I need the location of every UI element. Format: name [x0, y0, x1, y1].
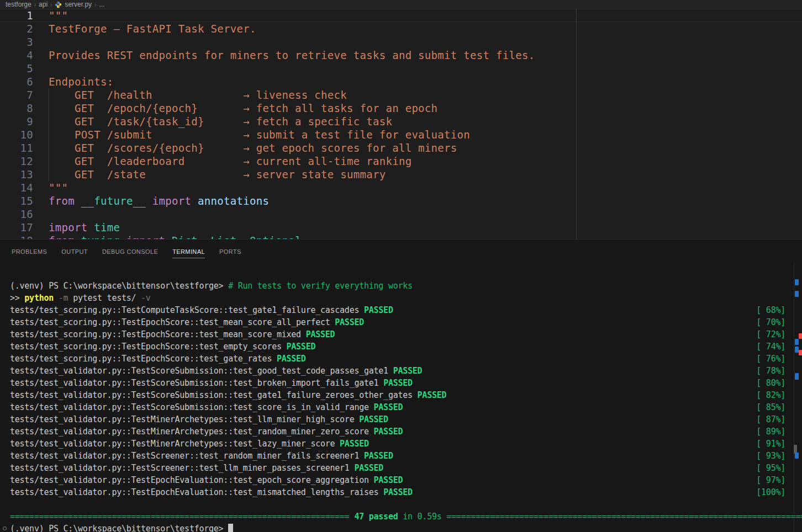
test-result: tests/test_validator.py::TestScoreSubmis… [10, 377, 413, 389]
code-text: TestForge — FastAPI Task Server. [49, 22, 256, 35]
code-text: GET /task/{task_id} → fetch a specific t… [49, 115, 392, 128]
code-line[interactable]: 17import time [0, 221, 802, 234]
test-path: tests/test_scoring.py::TestEpochScore::t… [10, 329, 306, 339]
code-line[interactable]: 2TestForge — FastAPI Task Server. [0, 22, 802, 35]
code-text: import time [49, 221, 120, 234]
test-progress-percent: [ 93%] [756, 450, 785, 462]
token-yellow: python [24, 293, 54, 303]
test-result: tests/test_validator.py::TestMinerArchet… [10, 413, 388, 425]
code-line[interactable]: 18from typing import Dict, List, Optiona… [0, 234, 802, 239]
code-line[interactable]: 3 [0, 35, 802, 49]
code-line[interactable]: 9 GET /task/{task_id} → fetch a specific… [0, 115, 802, 128]
terminal-test-row: tests/test_scoring.py::TestEpochScore::t… [0, 328, 802, 341]
line-number: 6 [0, 75, 33, 88]
token-kw: import [126, 235, 165, 239]
code-line[interactable]: 5 [0, 62, 802, 75]
terminal-test-row: tests/test_validator.py::TestMinerArchet… [0, 425, 802, 438]
test-path: tests/test_validator.py::TestScreener::t… [10, 463, 354, 473]
token-fg [191, 195, 198, 207]
tab-label: TERMINAL [172, 248, 205, 255]
line-number: 9 [0, 115, 33, 128]
tab-debug-console[interactable]: DEBUG CONSOLE [102, 245, 158, 258]
python-file-icon [55, 1, 62, 8]
bottom-panel: PROBLEMSOUTPUTDEBUG CONSOLETERMINALPORTS… [0, 239, 802, 532]
code-line[interactable]: 7 GET /health → liveness check [0, 88, 802, 102]
token-kw: from [49, 195, 75, 207]
breadcrumb: testforge › api › server.py › ... [0, 0, 802, 9]
code-text: Endpoints: [49, 75, 113, 88]
test-result: tests/test_validator.py::TestScoreSubmis… [10, 389, 446, 401]
test-result: tests/test_scoring.py::TestEpochScore::t… [10, 328, 335, 341]
chevron-right-icon: › [50, 2, 52, 8]
code-text: from __future__ import annotations [49, 194, 269, 208]
test-progress-percent: [ 89%] [756, 425, 785, 438]
test-result: tests/test_scoring.py::TestEpochScore::t… [10, 341, 315, 353]
test-result: tests/test_validator.py::TestScoreSubmis… [10, 365, 422, 377]
terminal-test-row: tests/test_scoring.py::TestEpochScore::t… [0, 341, 802, 353]
line-number: 5 [0, 62, 33, 75]
test-result: tests/test_validator.py::TestEpochEvalua… [10, 486, 413, 498]
test-status-passed: PASSED [335, 317, 364, 327]
code-text: """ [49, 9, 68, 22]
tab-output[interactable]: OUTPUT [61, 245, 88, 258]
test-result: tests/test_validator.py::TestScoreSubmis… [10, 401, 403, 413]
code-line[interactable]: 8 GET /epoch/{epoch} → fetch all tasks f… [0, 102, 802, 115]
token-str: GET /epoch/{epoch} → fetch all tasks for… [49, 102, 437, 114]
terminal-cursor [228, 524, 233, 532]
command-decoration-icon[interactable] [3, 526, 7, 530]
code-line[interactable]: 1""" [0, 9, 802, 22]
terminal-summary-line: ========================================… [0, 510, 802, 523]
test-status-passed: PASSED [287, 342, 316, 352]
overview-mark-blue [795, 347, 799, 353]
tab-label: PORTS [219, 248, 241, 255]
tab-ports[interactable]: PORTS [219, 245, 241, 258]
terminal-test-row: tests/test_validator.py::TestScreener::t… [0, 450, 802, 462]
test-result: tests/test_scoring.py::TestEpochScore::t… [10, 316, 364, 328]
editor-vertical-ruler [576, 9, 577, 239]
token-var: annotations [198, 195, 269, 207]
code-line[interactable]: 13 GET /state → server state summary [0, 168, 802, 181]
terminal[interactable]: (.venv) PS C:\workspace\bittensor\testfo… [0, 264, 802, 532]
token-fg [120, 235, 126, 239]
code-text: from typing import Dict, List, Optional [49, 234, 302, 239]
token-type: Optional [250, 235, 302, 239]
breadcrumb-item-symbol[interactable]: ... [99, 1, 104, 8]
token-fg [75, 235, 81, 239]
token-green: ========================================… [446, 512, 802, 522]
code-line[interactable]: 12 GET /leaderboard → current all-time r… [0, 155, 802, 168]
token-green: # Run tests to verify everything works [228, 281, 413, 291]
test-progress-percent: [ 85%] [756, 401, 785, 413]
code-line[interactable]: 14""" [0, 181, 802, 194]
code-line[interactable]: 6Endpoints: [0, 75, 802, 88]
test-path: tests/test_validator.py::TestMinerArchet… [10, 414, 359, 424]
code-line[interactable]: 11 GET /scores/{epoch} → get epoch score… [0, 141, 802, 155]
test-progress-percent: [ 72%] [756, 328, 785, 341]
breadcrumb-item-folder[interactable]: testforge [6, 1, 31, 8]
terminal-test-row: tests/test_validator.py::TestScreener::t… [0, 462, 802, 474]
breadcrumb-item-file[interactable]: server.py [65, 1, 92, 8]
breadcrumb-item-subfolder[interactable]: api [39, 1, 48, 8]
tab-problems[interactable]: PROBLEMS [12, 245, 47, 258]
token-str: GET /task/{task_id} → fetch a specific t… [49, 115, 392, 127]
token-str: Endpoints: [49, 76, 113, 88]
terminal-test-row: tests/test_validator.py::TestScoreSubmis… [0, 389, 802, 401]
test-path: tests/test_validator.py::TestMinerArchet… [10, 427, 374, 437]
token-kw: from [49, 235, 75, 239]
token-str: Provides REST endpoints for miners to re… [49, 49, 535, 61]
test-status-passed: PASSED [364, 305, 393, 315]
test-progress-percent: [ 87%] [756, 413, 785, 425]
tab-terminal[interactable]: TERMINAL [172, 245, 205, 258]
token-green: ========================================… [10, 512, 354, 522]
token-fg [75, 195, 81, 207]
token-fg: pytest tests/ [68, 293, 136, 303]
code-editor[interactable]: 1"""2TestForge — FastAPI Task Server.34P… [0, 9, 802, 239]
test-result: tests/test_validator.py::TestScreener::t… [10, 450, 393, 462]
code-line[interactable]: 15from __future__ import annotations [0, 194, 802, 208]
code-line[interactable]: 4Provides REST endpoints for miners to r… [0, 49, 802, 62]
token-kw: import [152, 195, 191, 207]
code-line[interactable]: 16 [0, 208, 802, 221]
test-status-passed: PASSED [354, 463, 383, 473]
code-line[interactable]: 10 POST /submit → submit a test file for… [0, 128, 802, 141]
token-green: in 0.59s [398, 512, 446, 522]
overview-mark-blue [795, 291, 799, 297]
